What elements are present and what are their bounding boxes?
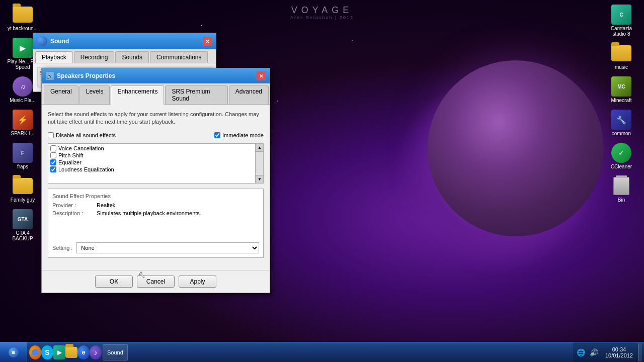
ccleaner-label: CCleaner	[611, 164, 632, 169]
bin-label: Bin	[618, 197, 625, 203]
desktop-icon-camtazia[interactable]: C Camtazia studio 8	[604, 3, 639, 39]
effect-item-loudness: Loudness Equalization	[49, 166, 254, 173]
ok-button[interactable]: OK	[95, 276, 133, 288]
ccleaner-icon: ✓	[611, 143, 631, 163]
ie-icon: e	[77, 345, 90, 359]
volume-tray-icon[interactable]: 🔊	[588, 346, 600, 358]
musicplayer-icon: ♫	[13, 76, 33, 97]
fraps-icon: F	[13, 143, 33, 163]
minecraft-label: Minecraft	[611, 98, 631, 103]
desktop-icon-familyguy[interactable]: Family guy	[5, 174, 40, 205]
desktop-title: VOYAGE	[291, 5, 353, 16]
effect-equalizer-checkbox[interactable]	[50, 159, 56, 165]
familyguy-icon	[13, 176, 33, 196]
star	[201, 25, 202, 26]
desktop-icon-ccleaner[interactable]: ✓ CCleaner	[604, 141, 639, 171]
effect-loudness-checkbox[interactable]	[50, 166, 56, 172]
start-button[interactable]: ⊞	[0, 342, 27, 363]
sound-dialog-tabs: Playback Recording Sounds Communications	[33, 49, 216, 63]
provider-value: Realtek	[97, 202, 115, 208]
network-icon: 🌐	[577, 348, 585, 356]
desktop-icon-minecraft[interactable]: MC Minecraft	[604, 74, 639, 105]
taskbar-items: S ▶ e ♪ Sound	[27, 342, 573, 362]
speakers-description: Select the sound effects to apply for yo…	[48, 111, 264, 126]
taskbar-media[interactable]: ▶	[53, 346, 65, 358]
speakers-tab-srs[interactable]: SRS Premium Sound	[165, 85, 227, 104]
speakers-dialog-close[interactable]: ✕	[257, 71, 266, 80]
sound-tab-communications[interactable]: Communications	[150, 51, 208, 63]
immediate-mode-checkbox[interactable]	[214, 132, 220, 138]
speakers-tab-advanced[interactable]: Advanced	[229, 85, 269, 104]
desktop-icon-gta4[interactable]: GTA GTA 4 BACKUP	[5, 207, 40, 243]
effect-pitch-label: Pitch Shift	[58, 152, 84, 158]
desktop-icon-bin[interactable]: Bin	[604, 174, 639, 205]
skype-icon: S	[41, 345, 53, 359]
scrollbar-down[interactable]: ▼	[256, 175, 264, 183]
desktop-icon-spark[interactable]: ⚡ SPARK I...	[5, 108, 40, 138]
taskbar-sound-app[interactable]: ♪	[90, 346, 102, 358]
sound-dialog-close[interactable]: ✕	[203, 37, 212, 46]
sound-dialog-title: Sound	[50, 38, 69, 45]
disable-effects-checkbox[interactable]	[48, 132, 54, 138]
gta4-label: GTA 4 BACKUP	[7, 230, 38, 241]
taskbar-firefox[interactable]	[29, 346, 41, 358]
desktop-icon-music-folder[interactable]: music	[604, 41, 639, 72]
effect-item-pitch: Pitch Shift	[49, 152, 254, 159]
speakers-titlebar: 🔊 Speakers Properties ✕	[42, 68, 270, 83]
sound-effect-props-area: Sound Effect Properties Provider : Realt…	[52, 193, 259, 238]
yt-icon	[13, 5, 33, 25]
list-scrollbar: ▲ ▼	[255, 144, 263, 183]
common-label: common	[612, 131, 631, 136]
common-icon: 🔧	[611, 110, 631, 130]
spark-label: SPARK I...	[11, 131, 34, 136]
firefox-globe	[32, 349, 39, 356]
volume-icon: 🔊	[590, 348, 598, 356]
effects-list-container: Voice Cancellation Pitch Shift Equalizer…	[48, 143, 264, 184]
taskbar: ⊞ S ▶ e	[0, 342, 644, 362]
network-tray-icon[interactable]: 🌐	[575, 346, 587, 358]
desktop-icon-common[interactable]: 🔧 common	[604, 108, 639, 138]
sound-tab-recording[interactable]: Recording	[74, 51, 115, 63]
prop-description-label: Description :	[52, 210, 93, 216]
desktop: VOYAGE Ares Selasbah | 2012 yt backroun.…	[0, 0, 644, 362]
windows-logo: ⊞	[9, 347, 19, 357]
sound-tab-playback[interactable]: Playback	[35, 51, 73, 63]
gta4-icon: GTA	[13, 209, 33, 229]
speakers-tab-general[interactable]: General	[44, 85, 78, 104]
taskbar-ie[interactable]: e	[77, 346, 90, 358]
effect-pitch-checkbox[interactable]	[50, 152, 56, 158]
speakers-content: Select the sound effects to apply for yo…	[42, 105, 270, 270]
effect-loudness-label: Loudness Equalization	[58, 166, 114, 172]
setting-row: Setting : None	[52, 242, 259, 253]
effect-item-equalizer: Equalizer	[49, 159, 254, 166]
speakers-tabs: General Levels Enhancements SRS Premium …	[42, 83, 270, 105]
active-taskbar-item[interactable]: Sound	[103, 344, 128, 360]
sound-dialog-icon	[37, 36, 47, 46]
cancel-button[interactable]: Cancel	[137, 276, 175, 288]
taskbar-skype[interactable]: S	[41, 346, 53, 358]
music-folder-icon	[611, 43, 631, 63]
clock-date: 10/01/2012	[605, 352, 633, 358]
effect-voice-checkbox[interactable]	[50, 145, 56, 151]
speakers-dialog: 🔊 Speakers Properties ✕ General Levels E…	[41, 68, 270, 293]
setting-dropdown[interactable]: None	[76, 242, 259, 253]
effect-voice-label: Voice Cancellation	[58, 145, 104, 151]
minecraft-icon: MC	[611, 76, 631, 97]
show-desktop-btn[interactable]	[638, 343, 642, 361]
desktop-icon-fraps[interactable]: F fraps	[5, 141, 40, 171]
dialog-buttons: OK Cancel Apply	[42, 270, 270, 293]
scrollbar-up[interactable]: ▲	[256, 144, 264, 152]
speakers-tab-enhancements[interactable]: Enhancements	[111, 85, 164, 105]
desktop-subtitle: Ares Selasbah | 2012	[290, 15, 354, 20]
disable-effects-label: Disable all sound effects	[56, 132, 116, 138]
media-icon: ▶	[53, 345, 65, 359]
effect-item-voice: Voice Cancellation	[49, 145, 254, 152]
taskbar-folder[interactable]	[65, 346, 77, 358]
apply-button[interactable]: Apply	[179, 276, 216, 288]
immediate-mode-label: Immediate mode	[222, 132, 264, 138]
immediate-mode-item: Immediate mode	[214, 132, 264, 138]
sound-effect-props-title: Sound Effect Properties	[52, 193, 259, 199]
speakers-tab-levels[interactable]: Levels	[79, 85, 110, 104]
desktop-icon-yt[interactable]: yt backroun...	[5, 3, 40, 33]
sound-tab-sounds[interactable]: Sounds	[115, 51, 149, 63]
